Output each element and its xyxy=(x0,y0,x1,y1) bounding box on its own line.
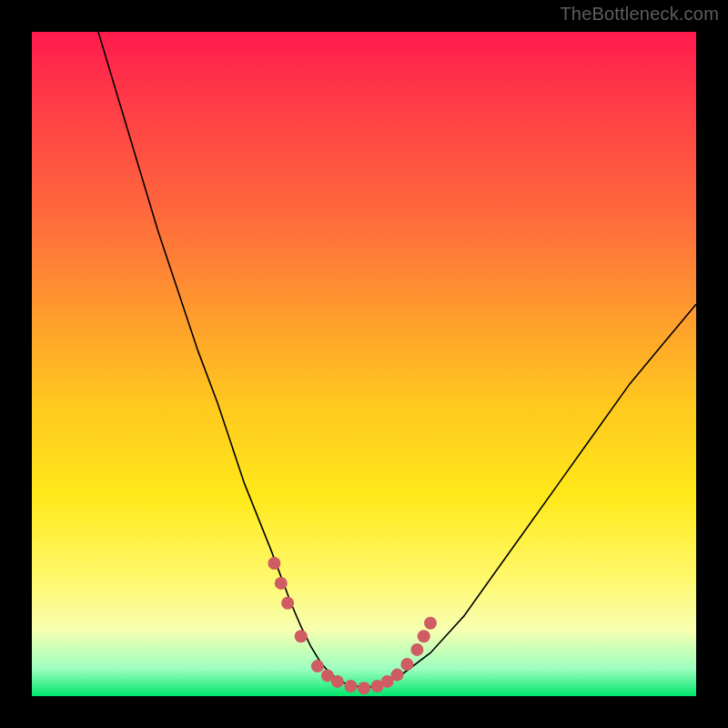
highlight-dot xyxy=(418,630,430,642)
watermark-text: TheBottleneck.com xyxy=(560,4,719,25)
highlight-dot xyxy=(410,643,423,656)
chart-plot-area xyxy=(32,32,696,696)
chart-svg xyxy=(32,32,696,696)
highlight-dot xyxy=(400,658,413,671)
highlight-dot xyxy=(295,630,308,642)
highlight-dot xyxy=(268,557,280,570)
highlight-dot xyxy=(321,669,334,682)
highlight-dot xyxy=(358,682,370,694)
highlight-dots xyxy=(268,557,437,694)
highlight-dot xyxy=(331,675,344,688)
bottleneck-curve xyxy=(98,32,696,688)
highlight-dot xyxy=(311,660,324,672)
highlight-dot xyxy=(275,577,288,590)
highlight-dot xyxy=(391,669,404,682)
highlight-dot xyxy=(381,675,394,688)
highlight-dot xyxy=(281,597,294,610)
highlight-dot xyxy=(344,680,357,693)
chart-frame: TheBottleneck.com xyxy=(0,0,728,728)
highlight-dot xyxy=(371,680,384,693)
highlight-dot xyxy=(424,617,437,630)
